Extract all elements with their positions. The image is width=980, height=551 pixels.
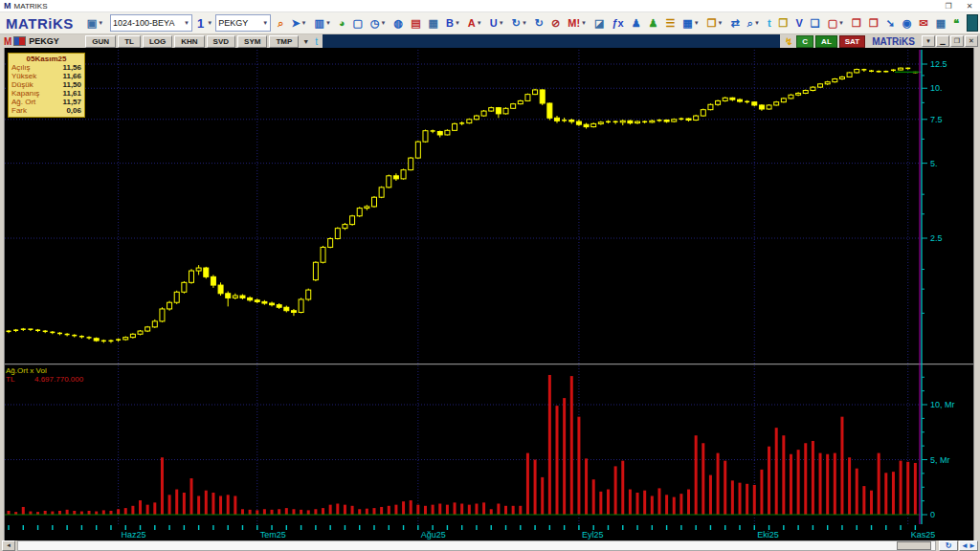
titlebar-button-tl[interactable]: TL <box>118 35 141 48</box>
clipboard-icon[interactable]: ❑ <box>808 13 823 33</box>
layout-combo[interactable]: 1024-100-BEYA▼ <box>110 14 192 32</box>
svg-text:5.: 5. <box>930 159 938 168</box>
scrollbar-track[interactable] <box>17 540 936 551</box>
titlebar-filler <box>323 34 780 48</box>
calculator-icon[interactable]: ▦ <box>933 13 948 33</box>
window-small-icon[interactable]: ❐ <box>849 13 864 33</box>
currency-label: TL <box>6 375 34 384</box>
columns-icon[interactable]: ▤ <box>408 13 423 33</box>
titlebar-button-gun[interactable]: GUN <box>85 35 116 48</box>
minimize-icon[interactable]: ▁ <box>936 35 949 47</box>
clock-icon[interactable]: ◷▼ <box>368 13 390 33</box>
chat-icon[interactable]: ❝ <box>950 13 962 33</box>
reload-icon[interactable]: ↻ <box>532 13 546 33</box>
price-volume-chart-canvas[interactable]: 12.510.7.55.2.510, Mr5, Mr0Haz25Tem25Ağu… <box>0 48 980 540</box>
search-icon[interactable]: ⌕▼ <box>745 13 763 33</box>
window-title: MATRIKS <box>14 2 48 11</box>
pie-chart-icon[interactable]: ◕ <box>336 13 348 33</box>
twitter-bird-icon[interactable]: t <box>315 36 318 47</box>
info-row: Yüksek11,66 <box>11 72 81 80</box>
titlebar-menu-icon[interactable]: ▾ <box>922 35 935 47</box>
titlebar-button-sym[interactable]: SYM <box>237 35 267 48</box>
globe-icon[interactable]: ◍ <box>391 13 407 33</box>
volume-pane-header: Ağ.Ort x Vol TL4.697.770.000 <box>6 366 83 384</box>
formula-fx-icon[interactable]: ƒx <box>609 13 626 33</box>
save-icon[interactable]: ▣▼ <box>84 13 106 33</box>
pointer-tool-icon[interactable]: ➤▼ <box>288 13 309 33</box>
disable-icon[interactable]: ⊘ <box>548 13 563 33</box>
v-tool-icon[interactable]: V <box>792 13 805 33</box>
svg-text:10.: 10. <box>930 83 943 93</box>
folder-icon[interactable]: ❒ <box>776 13 791 33</box>
page-number[interactable]: 1 <box>197 16 204 31</box>
monitor-icon[interactable]: ▢ <box>350 13 366 33</box>
chart-titlebar-right: ↯ C AL SAT MATRiKS ▾▁❐✕ <box>780 34 980 48</box>
matriks-m-icon[interactable]: M!▼ <box>565 13 590 33</box>
info-row: Kapanış11,61 <box>11 89 81 98</box>
mini-chart-icon[interactable]: ◪ <box>591 13 607 33</box>
svg-text:7.5: 7.5 <box>930 115 943 124</box>
sell-button[interactable]: SAT <box>839 35 865 48</box>
page-number-dropdown-icon[interactable]: ▼ <box>207 20 212 26</box>
lightning-icon[interactable]: ↯ <box>785 36 792 47</box>
scroll-left-arrow-icon[interactable]: ◄ <box>2 540 15 551</box>
chart-style-icon[interactable]: ▥▼ <box>312 13 334 33</box>
info-date: 05Kasım25 <box>11 55 81 63</box>
translate-icon[interactable]: ⇄ <box>728 13 743 33</box>
symbol-combo[interactable]: PEKGY▼ <box>215 14 271 32</box>
info-row: Açılış11,56 <box>11 63 81 72</box>
screen-share-icon[interactable]: ▢▼ <box>825 13 847 33</box>
traffic-light-icon[interactable]: ☰ <box>662 13 678 33</box>
info-row: Fark0,06 <box>11 106 81 115</box>
sync-button[interactable]: ↻ <box>939 540 958 551</box>
window-small2-icon[interactable]: ❐ <box>866 13 881 33</box>
chart-titlebar-left: M PEKGY GUNTLLOGKHNSVDSYMTMP ▼ t <box>0 34 323 48</box>
matriks-m-icon: M <box>4 36 11 47</box>
titlebar-button-khn[interactable]: KHN <box>174 35 204 48</box>
scrollbar-thumb[interactable] <box>897 541 931 550</box>
svg-text:12.5: 12.5 <box>930 59 947 69</box>
c-button[interactable]: C <box>796 35 813 48</box>
app-logo-icon: M <box>4 1 11 11</box>
svg-text:Tem25: Tem25 <box>260 530 286 540</box>
svg-text:0: 0 <box>930 510 935 519</box>
news-icon[interactable]: ▦ <box>426 13 441 33</box>
font-color-icon[interactable]: A▼ <box>465 13 485 33</box>
os-titlebar: M MATRIKS ❐ ✕ <box>0 0 980 12</box>
zoom-tool-icon[interactable]: ⌕ <box>275 13 286 33</box>
restore-icon[interactable]: ❐ <box>950 35 964 47</box>
titlebar-dropdown-icon[interactable]: ▼ <box>302 38 309 45</box>
underline-icon[interactable]: U▼ <box>487 13 507 33</box>
bold-icon[interactable]: B▼ <box>443 13 463 33</box>
scroll-nav-button[interactable]: ◄► <box>959 540 978 551</box>
svg-text:Kas25: Kas25 <box>911 530 936 540</box>
info-row: Ağ. Ort11,57 <box>11 98 81 106</box>
info-row: Düşük11,50 <box>11 80 81 89</box>
calendar-icon[interactable]: ▦▼ <box>679 13 702 33</box>
titlebar-button-svd[interactable]: SVD <box>207 35 235 48</box>
titlebar-button-tmp[interactable]: TMP <box>269 35 299 48</box>
buy-button[interactable]: AL <box>815 35 837 48</box>
svg-text:2.5: 2.5 <box>930 233 943 243</box>
twitter-icon[interactable]: t <box>765 13 774 33</box>
user-icon[interactable]: ♟ <box>629 13 644 33</box>
toolbar-end-icon[interactable] <box>967 14 978 32</box>
close-window-icon[interactable]: ✕ <box>959 2 980 11</box>
mail-icon[interactable]: ✉ <box>917 13 931 33</box>
titlebar-button-log[interactable]: LOG <box>143 35 172 48</box>
close-icon[interactable]: ✕ <box>965 35 978 47</box>
window-frame-left <box>0 48 5 540</box>
users-icon[interactable]: ♟ <box>646 13 661 33</box>
matriks-app-window: M MATRIKS ❐ ✕ MATRiKS ▣▼ 1024-100-BEYA▼ … <box>0 0 980 551</box>
restore-window-icon[interactable]: ❐ <box>938 2 959 11</box>
documents-icon[interactable]: ❐▼ <box>704 13 726 33</box>
svg-text:10, Mr: 10, Mr <box>930 400 955 409</box>
chart-symbol-label: PEKGY <box>29 36 84 46</box>
alarm-bell-icon[interactable]: ◉ <box>900 13 915 33</box>
indicator-label: Ağ.Ort x Vol <box>6 366 83 375</box>
chart-window-titlebar: M PEKGY GUNTLLOGKHNSVDSYMTMP ▼ t ↯ C AL … <box>0 34 980 48</box>
resize-arrow-icon[interactable]: ➘ <box>883 13 898 33</box>
refresh-icon[interactable]: ↻▼ <box>509 13 530 33</box>
chart-area: 12.510.7.55.2.510, Mr5, Mr0Haz25Tem25Ağu… <box>0 48 980 540</box>
flag-icon <box>13 36 26 46</box>
